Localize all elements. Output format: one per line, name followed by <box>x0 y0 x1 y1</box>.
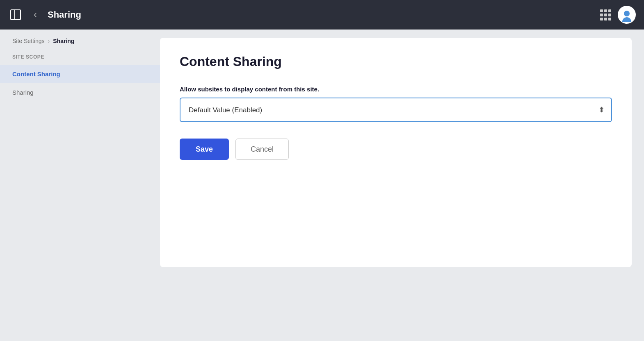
sidebar-section-label: SITE SCOPE <box>0 54 160 65</box>
breadcrumb-parent[interactable]: Site Settings <box>12 38 45 44</box>
sidebar-item-label: Sharing <box>12 89 34 96</box>
panel-toggle-icon <box>10 9 21 20</box>
sidebar-item-content-sharing[interactable]: Content Sharing <box>0 65 160 83</box>
breadcrumb: Site Settings › Sharing <box>0 38 160 54</box>
button-row: Save Cancel <box>180 139 612 160</box>
breadcrumb-current: Sharing <box>53 38 74 44</box>
select-wrapper: Default Value (Enabled) Enabled Disabled… <box>180 98 612 122</box>
user-avatar-button[interactable] <box>618 6 636 24</box>
apps-grid-icon[interactable] <box>600 9 611 20</box>
topbar: ‹ Sharing <box>0 0 644 30</box>
page-title: Sharing <box>48 9 81 20</box>
back-button[interactable]: ‹ <box>29 8 42 21</box>
sidebar-toggle-button[interactable] <box>8 7 23 22</box>
content-sharing-select[interactable]: Default Value (Enabled) Enabled Disabled <box>180 98 612 122</box>
sidebar-item-sharing[interactable]: Sharing <box>0 83 160 102</box>
field-description: Allow subsites to display content from t… <box>180 86 612 93</box>
cancel-button[interactable]: Cancel <box>235 139 289 160</box>
content-panel: Content Sharing Allow subsites to displa… <box>160 38 632 267</box>
sidebar: Site Settings › Sharing SITE SCOPE Conte… <box>0 30 160 341</box>
content-area: Content Sharing Allow subsites to displa… <box>160 30 644 341</box>
topbar-right <box>600 6 636 24</box>
main-layout: Site Settings › Sharing SITE SCOPE Conte… <box>0 30 644 341</box>
content-panel-title: Content Sharing <box>180 54 612 69</box>
save-button[interactable]: Save <box>180 139 229 160</box>
avatar-icon <box>622 10 632 20</box>
sidebar-item-label: Content Sharing <box>12 70 60 77</box>
breadcrumb-separator: › <box>48 38 50 44</box>
topbar-left: ‹ Sharing <box>8 7 81 22</box>
